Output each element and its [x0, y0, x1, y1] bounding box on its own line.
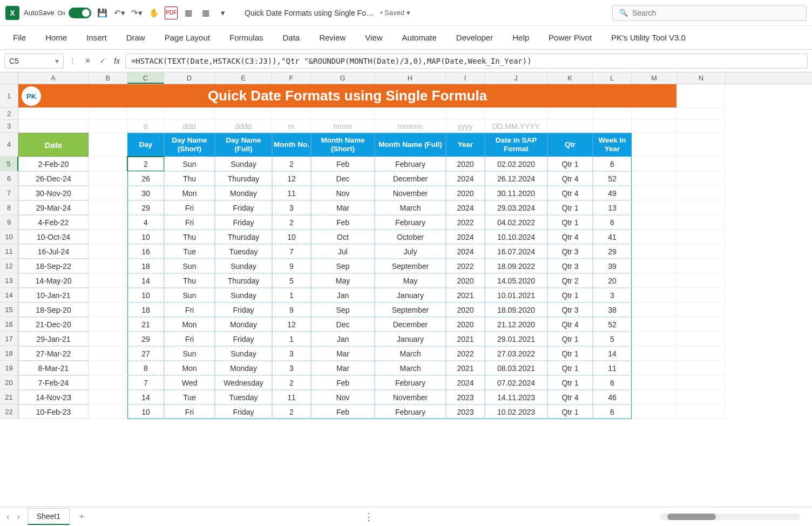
cell[interactable] — [677, 404, 726, 419]
row-header-2[interactable]: 2 — [0, 108, 18, 120]
cell[interactable] — [632, 120, 677, 133]
table-cell[interactable]: Monday — [215, 317, 272, 332]
row-header-15[interactable]: 15 — [0, 302, 18, 317]
spreadsheet-grid[interactable]: ABCDEFGHIJKLMN 1PKQuick Date Formats usi… — [0, 72, 812, 419]
table-header[interactable]: Year — [446, 133, 485, 157]
table-cell[interactable]: Qtr 2 — [547, 273, 593, 288]
table-cell[interactable]: 10 — [272, 230, 311, 244]
cell[interactable] — [89, 361, 127, 375]
date-cell[interactable]: 4-Feb-22 — [18, 215, 89, 230]
table-cell[interactable]: February — [375, 404, 446, 419]
table-cell[interactable]: Sep — [311, 259, 375, 273]
cell[interactable] — [89, 259, 127, 273]
row-header-21[interactable]: 21 — [0, 390, 18, 404]
table-cell[interactable]: Fri — [164, 200, 215, 215]
table-cell[interactable]: February — [375, 157, 446, 171]
date-cell[interactable]: 18-Sep-22 — [18, 259, 89, 273]
table-cell[interactable]: Jan — [311, 332, 375, 346]
table-cell[interactable]: Tue — [164, 390, 215, 404]
table-cell[interactable]: Monday — [215, 186, 272, 200]
cell[interactable] — [632, 157, 677, 171]
cell[interactable] — [632, 390, 677, 404]
table-cell[interactable]: 18.09.2020 — [485, 302, 547, 317]
table-cell[interactable]: 2020 — [446, 157, 485, 171]
cell[interactable] — [375, 108, 446, 120]
table-cell[interactable]: 04.02.2022 — [485, 215, 547, 230]
date-cell[interactable]: 2-Feb-20 — [18, 157, 89, 171]
table-cell[interactable]: Fri — [164, 302, 215, 317]
cell[interactable] — [89, 200, 127, 215]
table-cell[interactable]: Sunday — [215, 346, 272, 361]
table-cell[interactable]: July — [375, 244, 446, 259]
row-header-22[interactable]: 22 — [0, 404, 18, 419]
table-cell[interactable]: 18 — [127, 259, 164, 273]
table-cell[interactable]: Thursday — [215, 171, 272, 186]
ribbon-tab-data[interactable]: Data — [280, 28, 302, 48]
table-cell[interactable]: 6 — [593, 157, 632, 171]
table-cell[interactable]: 2020 — [446, 302, 485, 317]
table-cell[interactable]: 18 — [127, 302, 164, 317]
cell[interactable] — [632, 317, 677, 332]
table-cell[interactable]: Feb — [311, 375, 375, 390]
cell[interactable] — [272, 108, 311, 120]
row-header-9[interactable]: 9 — [0, 215, 18, 230]
table-cell[interactable]: 2020 — [446, 186, 485, 200]
table-cell[interactable]: 6 — [593, 404, 632, 419]
cell[interactable] — [677, 317, 726, 332]
table-cell[interactable]: 41 — [593, 230, 632, 244]
table-cell[interactable]: 27 — [127, 346, 164, 361]
date-cell[interactable]: 21-Dec-20 — [18, 317, 89, 332]
cell[interactable] — [164, 108, 215, 120]
column-header-M[interactable]: M — [632, 72, 677, 84]
table-cell[interactable]: 2022 — [446, 259, 485, 273]
table-cell[interactable]: 9 — [272, 259, 311, 273]
column-header-J[interactable]: J — [485, 72, 547, 84]
cell[interactable] — [632, 332, 677, 346]
table-cell[interactable]: Qtr 3 — [547, 259, 593, 273]
table-cell[interactable]: 02.02.2020 — [485, 157, 547, 171]
row-header-12[interactable]: 12 — [0, 259, 18, 273]
table-cell[interactable]: Jul — [311, 244, 375, 259]
column-header-G[interactable]: G — [311, 72, 375, 84]
table-cell[interactable]: Thu — [164, 230, 215, 244]
select-all-corner[interactable] — [0, 72, 18, 84]
search-input[interactable] — [632, 9, 800, 17]
table-cell[interactable]: 30 — [127, 186, 164, 200]
table-cell[interactable]: 14.11.2023 — [485, 390, 547, 404]
table-cell[interactable]: 1 — [272, 332, 311, 346]
table-cell[interactable]: Oct — [311, 230, 375, 244]
table-cell[interactable]: 18.09.2022 — [485, 259, 547, 273]
cell[interactable] — [632, 171, 677, 186]
table-cell[interactable]: 10 — [127, 404, 164, 419]
row-header-20[interactable]: 20 — [0, 375, 18, 390]
ribbon-tab-power-pivot[interactable]: Power Pivot — [546, 28, 594, 48]
column-header-H[interactable]: H — [375, 72, 446, 84]
row-header-16[interactable]: 16 — [0, 317, 18, 332]
table-cell[interactable]: 8 — [127, 361, 164, 375]
table-cell[interactable]: March — [375, 200, 446, 215]
table-cell[interactable]: 26.12.2024 — [485, 171, 547, 186]
cell[interactable] — [677, 84, 726, 108]
table-cell[interactable]: 16 — [127, 244, 164, 259]
cell[interactable] — [89, 133, 127, 157]
table-cell[interactable]: Mon — [164, 361, 215, 375]
table-cell[interactable]: 52 — [593, 317, 632, 332]
table-cell[interactable]: Qtr 1 — [547, 361, 593, 375]
ribbon-tab-automate[interactable]: Automate — [400, 28, 439, 48]
row-header-10[interactable]: 10 — [0, 230, 18, 244]
ribbon-tab-page-layout[interactable]: Page Layout — [163, 28, 212, 48]
table-cell[interactable]: 14.05.2020 — [485, 273, 547, 288]
table-cell[interactable]: 2020 — [446, 317, 485, 332]
table-cell[interactable]: Qtr 1 — [547, 200, 593, 215]
table-cell[interactable]: Qtr 4 — [547, 186, 593, 200]
cell[interactable] — [677, 302, 726, 317]
table-cell[interactable]: 2 — [272, 157, 311, 171]
table-cell[interactable]: Sun — [164, 157, 215, 171]
table-cell[interactable]: Qtr 1 — [547, 375, 593, 390]
cell[interactable] — [632, 404, 677, 419]
table-cell[interactable]: 2024 — [446, 375, 485, 390]
table-cell[interactable]: Mar — [311, 346, 375, 361]
table-cell[interactable]: January — [375, 288, 446, 302]
table-cell[interactable]: October — [375, 230, 446, 244]
cell[interactable] — [89, 215, 127, 230]
